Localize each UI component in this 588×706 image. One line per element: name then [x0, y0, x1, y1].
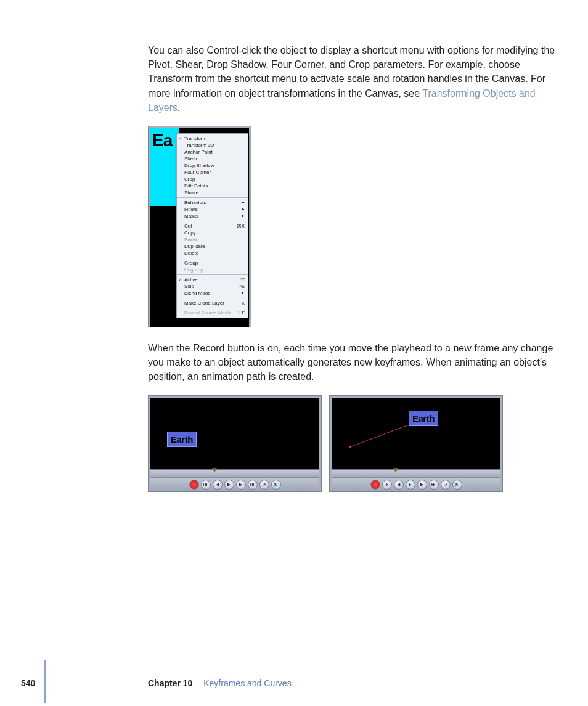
menuitem-make-clone-layer[interactable]: Make Clone LayerK: [177, 300, 248, 306]
menuitem-anchor-point[interactable]: Anchor Point: [177, 149, 248, 155]
menuitem-reveal-source-media: Reveal Source Media⇧F: [177, 310, 248, 316]
menuitem-cut[interactable]: Cut⌘X: [177, 223, 248, 229]
menuitem-shear[interactable]: Shear: [177, 155, 248, 162]
body-paragraph-2: When the Record button is on, each time …: [148, 341, 563, 384]
menuitem-drop-shadow[interactable]: Drop Shadow: [177, 162, 248, 169]
go-to-end-button[interactable]: ⏭: [429, 480, 439, 490]
menuitem-copy[interactable]: Copy: [177, 229, 248, 236]
menuitem-crop[interactable]: Crop: [177, 176, 248, 183]
submenu-arrow-icon: ▶: [242, 199, 245, 206]
earth-object: Earth: [408, 410, 439, 427]
transport-controls: ⏮ ◀ ▶ ▶ ⏭ ⟳ 🔊: [332, 477, 500, 491]
footer-chapter: Chapter 10 Keyframes and Curves: [148, 677, 292, 689]
context-menu-group-state: Active^T Solo^S Blend Mode▶: [177, 275, 248, 298]
skip-end-icon: ⏭: [250, 482, 255, 486]
page-number: 540: [21, 677, 35, 689]
earth-object: Earth: [166, 431, 197, 448]
canvas-area: Earth: [332, 398, 500, 469]
menuitem-ungroup: Ungroup: [177, 266, 248, 273]
context-menu[interactable]: Transform Transform 3D Anchor Point Shea…: [176, 133, 248, 318]
menuitem-behaviors[interactable]: Behaviors▶: [177, 199, 248, 206]
submenu-arrow-icon: ▶: [242, 206, 245, 213]
menuitem-transform[interactable]: Transform: [177, 135, 248, 142]
menuitem-active[interactable]: Active^T: [177, 276, 248, 283]
loop-button[interactable]: ⟳: [441, 480, 451, 490]
loop-icon: ⟳: [444, 482, 447, 486]
svg-point-1: [349, 446, 351, 448]
record-button[interactable]: [189, 480, 199, 490]
menuitem-four-corner[interactable]: Four Corner: [177, 169, 248, 176]
menuitem-transform-3d[interactable]: Transform 3D: [177, 142, 248, 149]
context-menu-group-edit: Cut⌘X Copy Paste Duplicate Delete: [177, 221, 248, 258]
chapter-label: Chapter 10: [148, 678, 192, 688]
go-to-start-button[interactable]: ⏮: [201, 480, 211, 490]
play-icon: ▶: [409, 482, 412, 486]
skip-start-icon: ⏮: [203, 482, 208, 486]
figure-animation-start: Earth ⏮ ◀ ▶ ▶ ⏭ ⟳ 🔊: [148, 395, 322, 492]
record-button[interactable]: [370, 480, 380, 490]
prev-frame-button[interactable]: ◀: [394, 480, 404, 490]
context-menu-group-clone: Make Clone LayerK: [177, 298, 248, 308]
step-back-icon: ◀: [397, 482, 400, 486]
next-frame-button[interactable]: ▶: [417, 480, 427, 490]
transport-controls: ⏮ ◀ ▶ ▶ ⏭ ⟳ 🔊: [150, 477, 319, 491]
submenu-arrow-icon: ▶: [242, 213, 245, 220]
chapter-title: Keyframes and Curves: [203, 678, 291, 688]
speaker-icon: 🔊: [454, 482, 460, 486]
skip-start-icon: ⏮: [385, 482, 389, 486]
go-to-end-button[interactable]: ⏭: [248, 480, 258, 490]
figure-animation-end: Earth ⏮ ◀ ▶ ▶ ⏭ ⟳ 🔊: [329, 395, 503, 492]
play-button[interactable]: ▶: [406, 480, 415, 490]
menuitem-solo[interactable]: Solo^S: [177, 283, 248, 290]
manual-page: You can also Control-click the object to…: [0, 0, 588, 703]
speaker-icon: 🔊: [273, 482, 279, 486]
context-menu-group-group: Group Ungroup: [177, 258, 248, 275]
next-frame-button[interactable]: ▶: [236, 480, 246, 490]
timeline-ruler: [150, 469, 319, 477]
go-to-start-button[interactable]: ⏮: [382, 480, 392, 490]
menuitem-edit-points[interactable]: Edit Points: [177, 183, 248, 189]
submenu-arrow-icon: ▶: [242, 290, 245, 297]
body-text-1b: .: [178, 102, 180, 113]
menuitem-paste: Paste: [177, 236, 248, 243]
prev-frame-button[interactable]: ◀: [213, 480, 223, 490]
menuitem-stroke[interactable]: Stroke: [177, 189, 248, 196]
step-forward-icon: ▶: [420, 482, 423, 486]
menuitem-filters[interactable]: Filters▶: [177, 206, 248, 213]
canvas-area: Ea Transform Transform 3D Anchor Point S…: [150, 128, 249, 327]
page-footer: 540 Chapter 10 Keyframes and Curves: [0, 672, 588, 703]
audio-button[interactable]: 🔊: [452, 480, 462, 490]
menuitem-group[interactable]: Group: [177, 260, 248, 266]
play-icon: ▶: [227, 482, 231, 486]
menuitem-delete[interactable]: Delete: [177, 250, 248, 257]
menuitem-duplicate[interactable]: Duplicate: [177, 243, 248, 250]
figure-animation-path-pair: Earth ⏮ ◀ ▶ ▶ ⏭ ⟳ 🔊: [148, 395, 563, 492]
canvas-area: Earth: [150, 398, 319, 469]
timeline-ruler: [332, 469, 500, 477]
playhead-marker-icon: [212, 468, 217, 473]
body-paragraph-1: You can also Control-click the object to…: [148, 43, 563, 115]
step-back-icon: ◀: [216, 482, 219, 486]
context-menu-group-reveal: Reveal Source Media⇧F: [177, 308, 248, 318]
footer-divider: [44, 660, 46, 703]
loop-icon: ⟳: [263, 482, 266, 486]
menuitem-masks[interactable]: Masks▶: [177, 213, 248, 220]
selected-object-label-partial: Ea: [152, 128, 172, 154]
context-menu-group-transform: Transform Transform 3D Anchor Point Shea…: [177, 134, 248, 198]
context-menu-group-addons: Behaviors▶ Filters▶ Masks▶: [177, 198, 248, 221]
loop-button[interactable]: ⟳: [259, 480, 269, 490]
playhead-marker-icon: [393, 468, 398, 473]
skip-end-icon: ⏭: [431, 482, 436, 486]
menuitem-blend-mode[interactable]: Blend Mode▶: [177, 290, 248, 297]
audio-button[interactable]: 🔊: [271, 480, 281, 490]
play-button[interactable]: ▶: [224, 480, 234, 490]
figure-context-menu: Ea Transform Transform 3D Anchor Point S…: [148, 126, 251, 327]
step-forward-icon: ▶: [239, 482, 242, 486]
